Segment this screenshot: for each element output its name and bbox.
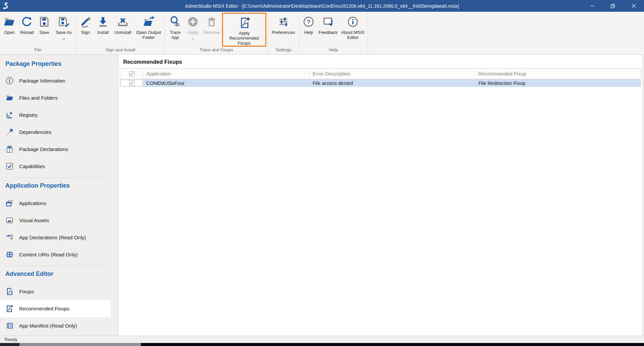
table-header-row: Application Error Description Recommende…: [120, 68, 641, 79]
about-info-icon: [346, 14, 359, 29]
titlebar: AdminStudio MSIX Editor - [C:\Users\Admi…: [0, 0, 644, 12]
cell-recommended-fixup: File Redirection Fixup: [475, 79, 641, 87]
about-msix-editor-button[interactable]: About MSIX Editor: [339, 12, 367, 47]
sign-pencil-icon: [79, 14, 92, 29]
image-icon: [5, 216, 14, 225]
install-button[interactable]: Install: [94, 12, 112, 47]
button-label: Apply: [187, 30, 199, 35]
sidebar-item-files-and-folders[interactable]: Files and Folders: [0, 89, 111, 106]
reload-arrows-icon: [20, 14, 33, 29]
main-content: Recommended Fixups Application Error Des…: [118, 55, 643, 336]
sidebar-item-capabilities[interactable]: Capabilities: [0, 158, 111, 175]
apply-recommended-fixups-icon: [237, 15, 251, 30]
row-checkbox[interactable]: [129, 81, 135, 86]
sidebar-item-label: App Declarations (Read Only): [19, 235, 86, 240]
sidebar-heading-application-properties: Application Properties: [0, 181, 118, 191]
button-label: About MSIX Editor: [340, 30, 365, 40]
cell-error-description: File access denied: [310, 79, 475, 87]
sidebar-item-label: Package Information: [19, 78, 65, 84]
open-output-folder-button[interactable]: Open Output Folder: [133, 12, 164, 47]
open-button[interactable]: Open: [1, 12, 18, 47]
select-all-checkbox[interactable]: [129, 71, 135, 77]
reload-button[interactable]: Reload: [18, 12, 36, 47]
app-logo-icon: [0, 0, 11, 12]
svg-text:?: ?: [307, 19, 311, 26]
ribbon-group-label: File: [1, 47, 75, 54]
status-text: Ready: [5, 337, 17, 342]
trace-app-magnifier-icon: [169, 14, 181, 29]
info-circle-icon: [5, 76, 14, 85]
sidebar-item-label: Visual Assets: [19, 217, 49, 223]
column-header-recommended-fixup[interactable]: Recommended Fixup: [475, 71, 641, 77]
column-header-error-description[interactable]: Error Description: [310, 71, 475, 77]
sidebar-item-package-declarations[interactable]: Package Declarations: [0, 141, 111, 158]
ribbon-toolbar: Open Reload: [0, 12, 644, 55]
preferences-sliders-icon: [277, 14, 290, 29]
remove-button[interactable]: Remove: [202, 12, 222, 47]
feedback-bubble-icon: [322, 14, 334, 29]
sidebar-item-registry[interactable]: Registry: [0, 106, 111, 123]
ribbon-group-help: ? Help Feedback: [299, 12, 368, 54]
uninstall-x-icon: [116, 14, 129, 29]
sidebar-item-app-manifest[interactable]: App Manifest (Read Only): [0, 317, 111, 334]
sidebar-item-applications[interactable]: Applications: [0, 195, 111, 212]
select-all-checkbox-cell[interactable]: [120, 71, 143, 77]
help-button[interactable]: ? Help: [300, 12, 317, 47]
feedback-button[interactable]: Feedback: [317, 12, 339, 47]
preferences-button[interactable]: Preferences: [269, 12, 298, 47]
apply-button[interactable]: Apply: [184, 12, 202, 47]
sidebar-navigation: Package Properties Package Information: [0, 55, 118, 336]
save-as-button[interactable]: Save As: [53, 12, 75, 47]
gift-box-icon: [5, 145, 14, 154]
sidebar-item-label: Registry: [19, 112, 38, 118]
open-folder-icon: [3, 14, 16, 29]
sidebar-item-label: Recommended Fixups: [19, 306, 69, 311]
column-header-application[interactable]: Application: [143, 71, 310, 77]
dependency-arrow-icon: [5, 128, 14, 137]
button-label: Remove: [204, 30, 220, 35]
sidebar-item-package-information[interactable]: Package Information: [0, 72, 111, 89]
registry-squares-icon: [5, 110, 14, 119]
sidebar-item-fixups[interactable]: Fixups: [0, 283, 111, 300]
restore-button[interactable]: [602, 0, 623, 12]
globe-icon: [5, 250, 14, 259]
floppy-disk-pencil-icon: [57, 14, 70, 29]
button-label: Feedback: [318, 30, 337, 35]
button-label: Save: [39, 30, 49, 35]
ribbon-group-trace-fixups: Trace App Apply: [165, 12, 268, 54]
sidebar-item-label: App Manifest (Read Only): [19, 323, 77, 329]
minimize-button[interactable]: [582, 0, 602, 12]
ribbon-group-label: Settings: [269, 47, 298, 54]
row-checkbox-cell[interactable]: [120, 79, 143, 87]
table-row[interactable]: CONEMUSixFour File access denied File Re…: [120, 79, 641, 87]
sidebar-item-content-uris[interactable]: Content URIs (Read Only): [0, 246, 111, 263]
ribbon-group-file: Open Reload: [0, 12, 76, 54]
sign-button[interactable]: Sign: [77, 12, 94, 47]
floppy-disk-icon: [38, 14, 51, 29]
sidebar-item-app-declarations[interactable]: App Declarations (Read Only): [0, 229, 111, 246]
apply-plus-icon: [186, 14, 199, 29]
arrow-to-list-icon: [5, 233, 14, 242]
bottom-strip-segment: [0, 343, 19, 346]
ribbon-group-label: Sign and Install: [77, 47, 164, 54]
sidebar-item-visual-assets[interactable]: Visual Assets: [0, 212, 111, 229]
save-button[interactable]: Save: [36, 12, 53, 47]
chevron-down-icon: [191, 35, 195, 38]
checkbox-check-icon: [5, 162, 14, 171]
ribbon-group-label: Trace and Fixups: [166, 47, 267, 54]
close-button[interactable]: [623, 0, 644, 12]
trace-app-button[interactable]: Trace App: [166, 12, 184, 47]
button-label: Uninstall: [114, 30, 131, 35]
sidebar-item-recommended-fixups[interactable]: Recommended Fixups: [0, 300, 111, 317]
ribbon-group-label: Help: [300, 47, 367, 54]
bottom-strip-segment: [141, 343, 644, 346]
bottom-strip-segment: [19, 343, 141, 346]
page-title: Recommended Fixups: [118, 55, 642, 68]
recommended-fixups-table: Application Error Description Recommende…: [120, 68, 641, 87]
button-label: Open: [4, 30, 15, 35]
apply-recommended-fixups-button[interactable]: Apply Recommended Fixups: [222, 13, 266, 47]
uninstall-button[interactable]: Uninstall: [112, 12, 133, 47]
sidebar-item-label: Applications: [19, 200, 46, 206]
install-arrow-icon: [97, 14, 109, 29]
sidebar-item-dependencies[interactable]: Dependencies: [0, 123, 111, 141]
